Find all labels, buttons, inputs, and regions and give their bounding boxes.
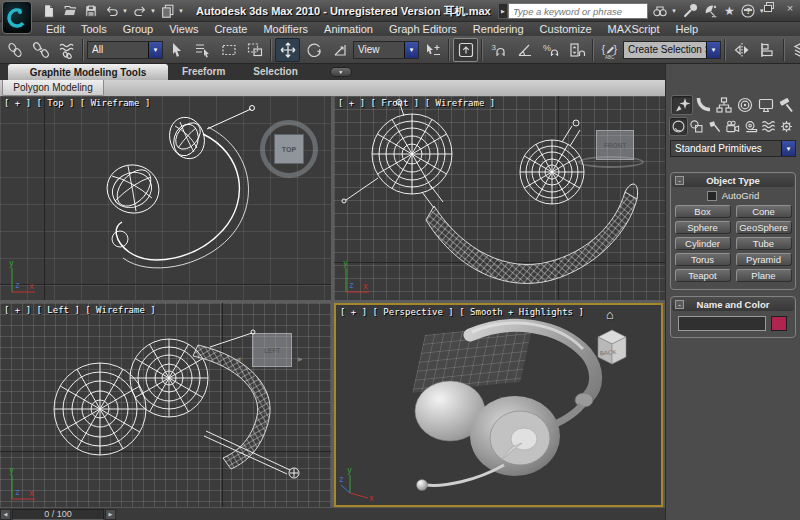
- tab-graphite-modeling-tools[interactable]: Graphite Modeling Tools: [8, 64, 168, 80]
- select-object-button[interactable]: [164, 38, 189, 62]
- menu-help[interactable]: Help: [668, 22, 707, 36]
- space-warps-icon[interactable]: [760, 118, 777, 135]
- rectangular-selection-region-button[interactable]: [216, 38, 241, 62]
- object-name-input[interactable]: [678, 316, 766, 331]
- favorites-star-icon[interactable]: ★: [724, 4, 735, 18]
- objtype-teapot-button[interactable]: Teapot: [675, 269, 731, 282]
- select-and-rotate-button[interactable]: [301, 38, 326, 62]
- collapse-icon[interactable]: -: [675, 176, 684, 185]
- select-and-scale-button[interactable]: [327, 38, 352, 62]
- select-and-move-button[interactable]: [275, 38, 300, 62]
- redo-dropdown-icon[interactable]: ▼: [150, 8, 156, 14]
- selection-filter-dropdown[interactable]: All▼: [87, 41, 163, 59]
- restore-button[interactable]: [763, 2, 775, 14]
- objtype-plane-button[interactable]: Plane: [736, 269, 792, 282]
- ribbon-minimize-button[interactable]: ▼: [330, 67, 352, 77]
- reference-coordinate-system-dropdown[interactable]: View▼: [353, 41, 419, 59]
- project-folder-button[interactable]: [159, 2, 177, 20]
- viewcube-3d[interactable]: BACK: [598, 330, 626, 364]
- quick-access-customize-icon[interactable]: ▼: [178, 8, 184, 14]
- viewport-front[interactable]: [ + ] [ Front ] [ Wireframe ] FRONT: [334, 96, 665, 300]
- menu-graph-editors[interactable]: Graph Editors: [381, 22, 465, 36]
- systems-icon[interactable]: [778, 118, 795, 135]
- bind-to-space-warp-button[interactable]: [54, 38, 79, 62]
- dropdown-arrow-icon[interactable]: ▼: [706, 42, 720, 58]
- modify-tab-icon[interactable]: [693, 96, 713, 114]
- select-by-name-button[interactable]: [190, 38, 215, 62]
- undo-button[interactable]: [103, 2, 121, 20]
- minimize-button[interactable]: [742, 2, 754, 14]
- new-file-button[interactable]: [40, 2, 58, 20]
- display-tab-icon[interactable]: [756, 96, 776, 114]
- dropdown-arrow-icon[interactable]: ▼: [148, 42, 162, 58]
- search-expand-icon[interactable]: ▶: [498, 3, 508, 19]
- keyboard-shortcut-override-button[interactable]: [453, 38, 478, 62]
- objtype-cylinder-button[interactable]: Cylinder: [675, 237, 731, 250]
- objtype-pyramid-button[interactable]: Pyramid: [736, 253, 792, 266]
- objtype-torus-button[interactable]: Torus: [675, 253, 731, 266]
- utilities-tab-icon[interactable]: [777, 96, 797, 114]
- name-color-rollout-header[interactable]: - Name and Color: [672, 298, 794, 311]
- window-crossing-button[interactable]: [242, 38, 267, 62]
- create-tab-icon[interactable]: [672, 96, 692, 114]
- helpers-icon[interactable]: [742, 118, 759, 135]
- select-and-link-button[interactable]: [2, 38, 27, 62]
- menu-maxscript[interactable]: MAXScript: [600, 22, 668, 36]
- application-menu-button[interactable]: [2, 1, 32, 34]
- undo-dropdown-icon[interactable]: ▼: [122, 8, 128, 14]
- menu-modifiers[interactable]: Modifiers: [255, 22, 316, 36]
- menu-create[interactable]: Create: [206, 22, 255, 36]
- objtype-sphere-button[interactable]: Sphere: [675, 221, 731, 234]
- viewcube-home-icon[interactable]: ⌂: [606, 307, 614, 322]
- menu-edit[interactable]: Edit: [38, 22, 73, 36]
- percent-snap-button[interactable]: [538, 38, 563, 62]
- objtype-tube-button[interactable]: Tube: [736, 237, 792, 250]
- search-input[interactable]: [508, 3, 648, 19]
- redo-button[interactable]: [131, 2, 149, 20]
- communication-center-icon[interactable]: [703, 3, 719, 19]
- primitive-category-dropdown[interactable]: Standard Primitives ▼: [670, 140, 796, 157]
- open-file-button[interactable]: [61, 2, 79, 20]
- object-type-rollout-header[interactable]: - Object Type: [672, 174, 794, 187]
- viewport-top[interactable]: [ + ] [ Top ] [ Wireframe ] TOP: [0, 96, 331, 300]
- geometry-icon[interactable]: [670, 118, 687, 135]
- angle-snap-button[interactable]: [512, 38, 537, 62]
- objtype-box-button[interactable]: Box: [675, 205, 731, 218]
- edit-named-selection-sets-button[interactable]: [597, 38, 622, 62]
- menu-group[interactable]: Group: [115, 22, 162, 36]
- previous-frame-button[interactable]: ◀: [0, 509, 11, 520]
- tab-freeform[interactable]: Freeform: [168, 64, 239, 80]
- snaps-toggle-3d-button[interactable]: [486, 38, 511, 62]
- subscription-wrench-icon[interactable]: [682, 3, 698, 19]
- current-frame-display[interactable]: 0 / 100: [12, 509, 104, 520]
- cameras-icon[interactable]: [724, 118, 741, 135]
- menu-views[interactable]: Views: [161, 22, 206, 36]
- collapse-icon[interactable]: -: [675, 300, 684, 309]
- motion-tab-icon[interactable]: [735, 96, 755, 114]
- objtype-geosphere-button[interactable]: GeoSphere: [736, 221, 792, 234]
- align-button[interactable]: [755, 38, 780, 62]
- select-and-manipulate-button[interactable]: [420, 38, 445, 62]
- next-frame-button[interactable]: ▶: [105, 509, 116, 520]
- menu-animation[interactable]: Animation: [316, 22, 381, 36]
- named-selection-set-dropdown[interactable]: Create Selection Set▼: [623, 41, 721, 59]
- shapes-icon[interactable]: [688, 118, 705, 135]
- autogrid-checkbox[interactable]: [707, 191, 717, 201]
- binoculars-dropdown-icon[interactable]: ▼: [671, 8, 677, 14]
- dropdown-arrow-icon[interactable]: ▼: [404, 42, 418, 58]
- hierarchy-tab-icon[interactable]: [714, 96, 734, 114]
- viewport-left[interactable]: [ + ] [ Left ] [ Wireframe ] LEFT ◀ ▶: [0, 303, 331, 507]
- object-color-swatch[interactable]: [771, 316, 787, 331]
- close-button[interactable]: ×: [784, 2, 796, 14]
- menu-customize[interactable]: Customize: [532, 22, 600, 36]
- tab-selection[interactable]: Selection: [239, 64, 311, 80]
- menu-tools[interactable]: Tools: [73, 22, 115, 36]
- viewport-perspective[interactable]: [ + ] [ Perspective ] [ Smooth + Highlig…: [334, 303, 663, 507]
- objtype-cone-button[interactable]: Cone: [736, 205, 792, 218]
- lights-icon[interactable]: [706, 118, 723, 135]
- save-file-button[interactable]: [82, 2, 100, 20]
- search-binoculars-icon[interactable]: [652, 3, 668, 19]
- mirror-button[interactable]: [729, 38, 754, 62]
- dropdown-arrow-icon[interactable]: ▼: [781, 141, 795, 156]
- menu-rendering[interactable]: Rendering: [465, 22, 532, 36]
